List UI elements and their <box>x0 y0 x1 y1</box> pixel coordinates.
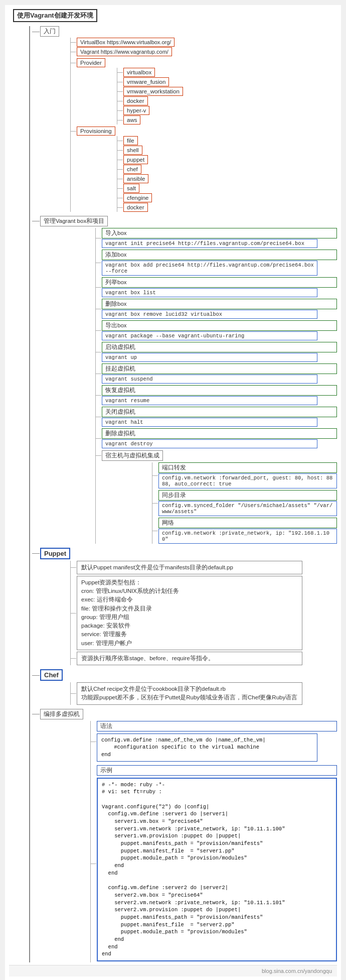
cmd-code-9: vagrant destroy <box>102 439 317 448</box>
section-multivm: 编排多虚拟机 语法 config.vm.define :name_of_the_… <box>40 709 337 963</box>
cmd-code-3: vagrant box remove lucid32 virtualbox <box>102 310 317 319</box>
command-9: 删除虚拟机 vagrant destroy <box>102 428 337 448</box>
host-integration-label: 宿主机与虚拟机集成 <box>102 450 163 461</box>
cmd-code-4: vagrant package --base vagrant-ubuntu-ra… <box>102 331 317 340</box>
prov-docker: docker <box>123 203 148 212</box>
commands-container: 导入box vagrant init precise64 http://file… <box>102 228 337 448</box>
command-3: 删除box vagrant box remove lucid32 virtual… <box>102 299 337 319</box>
vagrant-link: Vagrant https://www.vagrantup.com/ <box>77 47 172 56</box>
syntax-section: 语法 config.vm.define :name_of_the_vm do |… <box>97 721 337 763</box>
cmd-title-0: 导入box <box>102 228 337 238</box>
syntax-label: 语法 <box>97 721 337 731</box>
cmd-title-1: 添加box <box>102 250 337 260</box>
puppet-desc3: 资源执行顺序依靠stage、before、require等指令。 <box>77 652 337 665</box>
footer: blog.sina.com.cn/yandongqu <box>9 965 337 976</box>
puppet-desc2: Puppet资源类型包括： cron: 管理Linux/UNIX系统的计划任务 … <box>77 576 337 650</box>
provider-vmware-workstation: vmware_workstation <box>123 87 183 96</box>
command-5: 启动虚拟机 vagrant up <box>102 342 337 362</box>
host-int-title-0: 端口转发 <box>158 462 337 473</box>
provider-virtualbox: virtualbox <box>123 68 155 77</box>
cmd-title-6: 挂起虚拟机 <box>102 363 337 374</box>
prov-file: file <box>123 136 138 145</box>
virtualbox-link: VirtualBox https://www.virtualbox.org/ <box>77 38 175 47</box>
provider-hyperv: hyper-v <box>123 106 149 115</box>
command-4: 导出box vagrant package --base vagrant-ubu… <box>102 320 337 340</box>
cmd-code-2: vagrant box list <box>102 288 317 297</box>
host-int-0: 端口转发 config.vm.network :forwarded_port, … <box>158 462 337 488</box>
provisioning-label: Provisioning <box>77 127 115 136</box>
host-int-title-2: 网络 <box>158 518 337 528</box>
example-code: # -*- mode: ruby -*- # vi: set ft=ruby :… <box>97 778 337 962</box>
cmd-title-5: 启动虚拟机 <box>102 342 337 352</box>
puppet-label: Puppet <box>40 548 70 559</box>
syntax-code: config.vm.define :name_of_the_vm do |nam… <box>97 733 317 762</box>
cmd-title-8: 关闭虚拟机 <box>102 407 337 417</box>
puppet-desc1: 默认Puppet manifest文件是位于manifests目录的defaul… <box>77 561 337 574</box>
cmd-title-2: 列举box <box>102 277 337 288</box>
chef-desc: 默认Chef recipe文件是位于cookbook目录下的default.rb… <box>77 682 337 705</box>
prov-cfengine: cfengine <box>123 193 152 202</box>
section-manage: 管理Vagrant box和项目 导入box vagrant init prec… <box>40 216 337 544</box>
host-int-title-1: 同步目录 <box>158 490 337 501</box>
cmd-title-3: 删除box <box>102 299 337 309</box>
cmd-title-9: 删除虚拟机 <box>102 428 337 439</box>
mindmap-container: 使用Vagrant创建开发环境 入门 VirtualBox https://ww… <box>5 5 341 980</box>
root-title: 使用Vagrant创建开发环境 <box>13 9 97 22</box>
command-1: 添加box vagrant box add precise64 http://f… <box>102 250 337 276</box>
prov-ansible: ansible <box>123 174 148 183</box>
command-7: 恢复虚拟机 vagrant resume <box>102 385 337 405</box>
section-intro: 入门 VirtualBox https://www.virtualbox.org… <box>40 26 337 212</box>
command-8: 关闭虚拟机 vagrant halt <box>102 407 337 427</box>
host-integration-container: 端口转发 config.vm.network :forwarded_port, … <box>158 462 337 544</box>
example-label: 示例 <box>97 765 337 776</box>
provider-docker: docker <box>123 96 148 105</box>
cmd-code-7: vagrant resume <box>102 396 317 405</box>
multivm-label: 编排多虚拟机 <box>40 709 83 719</box>
chef-label: Chef <box>40 669 63 681</box>
provider-label: Provider <box>77 58 105 67</box>
prov-puppet: puppet <box>123 155 148 164</box>
cmd-title-4: 导出box <box>102 320 337 331</box>
host-int-2: 网络 config.vm.network :private_network, i… <box>158 518 337 544</box>
prov-shell: shell <box>123 146 142 155</box>
intro-label: 入门 <box>40 26 59 37</box>
section-chef: Chef 默认Chef recipe文件是位于cookbook目录下的defau… <box>40 669 337 705</box>
cmd-code-1: vagrant box add precise64 http://files.v… <box>102 261 317 276</box>
provider-aws: aws <box>123 115 140 125</box>
provider-vmware-fusion: vmware_fusion <box>123 77 169 86</box>
host-int-cmd-2: config.vm.network :private_network, ip: … <box>158 529 337 544</box>
host-int-cmd-0: config.vm.network :forwarded_port, guest… <box>158 473 337 488</box>
section-puppet: Puppet 默认Puppet manifest文件是位于manifests目录… <box>40 548 337 666</box>
cmd-code-0: vagrant init precise64 http://files.vagr… <box>102 239 317 248</box>
host-integration-section: 宿主机与虚拟机集成 <box>102 450 337 461</box>
cmd-code-8: vagrant halt <box>102 418 317 427</box>
command-0: 导入box vagrant init precise64 http://file… <box>102 228 337 248</box>
cmd-code-5: vagrant up <box>102 353 317 362</box>
host-int-1: 同步目录 config.vm.synced_folder "/Users/mic… <box>158 490 337 516</box>
manage-label: 管理Vagrant box和项目 <box>40 216 108 226</box>
example-section: 示例 # -*- mode: ruby -*- # vi: set ft=rub… <box>97 765 337 963</box>
host-int-cmd-1: config.vm.synced_folder "/Users/michael/… <box>158 501 337 516</box>
command-2: 列举box vagrant box list <box>102 277 337 297</box>
cmd-code-6: vagrant suspend <box>102 375 317 384</box>
cmd-title-7: 恢复虚拟机 <box>102 385 337 396</box>
prov-chef: chef <box>123 165 141 174</box>
command-6: 挂起虚拟机 vagrant suspend <box>102 363 337 384</box>
prov-salt: salt <box>123 184 139 193</box>
